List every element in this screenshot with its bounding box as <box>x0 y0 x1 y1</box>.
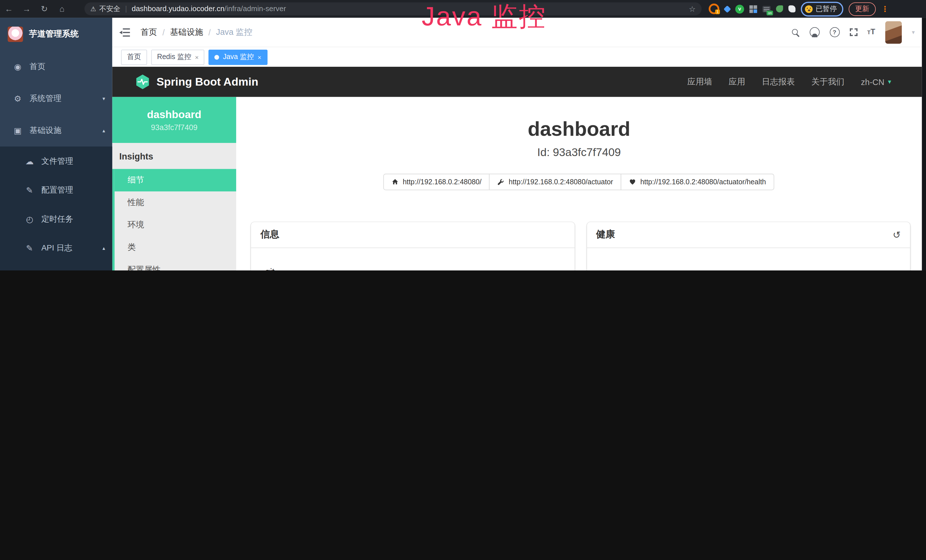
url-path[interactable]: /infra/admin-server <box>224 5 286 13</box>
font-size-small-t: T <box>867 30 870 36</box>
sidebar-item-label: API 日志 <box>41 242 73 253</box>
emoji-face-icon <box>805 5 813 13</box>
address-bar[interactable]: ⚠ 不安全 | dashboard.yudao.iocoder.cn /infr… <box>85 2 702 15</box>
sidebar-item-system[interactable]: ⚙ 系统管理 ▾ <box>0 83 112 115</box>
edit-icon: ✎ <box>25 185 34 195</box>
tab-close-icon[interactable]: × <box>195 53 198 61</box>
navbar-actions: ? TT ▾ <box>791 21 915 44</box>
github-icon[interactable] <box>809 27 819 37</box>
sba-brand[interactable]: Spring Boot Admin <box>135 74 259 90</box>
browser-back-icon[interactable]: ← <box>0 4 18 14</box>
paused-profile-chip[interactable]: 已暂停 <box>801 2 843 16</box>
help-icon[interactable]: ? <box>829 27 839 37</box>
fullscreen-icon[interactable] <box>850 28 857 36</box>
browser-reload-icon[interactable]: ↻ <box>35 4 53 14</box>
extensions-puzzle-icon[interactable] <box>788 5 796 12</box>
infra-submenu: ☁ 文件管理 ✎ 配置管理 ◴ 定时任务 ✎ API 日志 ▴ ✎ 访问日志 ✎ <box>0 147 112 271</box>
sba-menu-details[interactable]: 细节 <box>115 169 236 191</box>
bookmark-star-icon[interactable]: ☆ <box>689 5 696 14</box>
font-size-icon[interactable]: TT <box>867 28 875 36</box>
actuator-url-button[interactable]: http://192.168.0.2:48080/actuator <box>489 174 621 190</box>
sba-nav-applications[interactable]: 应用 <box>729 76 745 87</box>
extension-badge: 1 <box>715 9 720 14</box>
app-logo: 芋道管理系统 <box>0 18 112 51</box>
sba-instance-header[interactable]: dashboard 93a3fc7f7409 <box>112 97 236 143</box>
chevron-down-icon: ▾ <box>102 95 105 101</box>
browser-home-icon[interactable]: ⌂ <box>53 4 71 14</box>
sidebar-item-api-logs[interactable]: ✎ API 日志 ▴ <box>0 233 112 262</box>
sba-menu-config-props[interactable]: 配置属性 <box>115 259 236 271</box>
sidebar-collapse-icon[interactable] <box>119 28 130 36</box>
instance-url: http://192.168.0.2:48080/ <box>403 178 481 186</box>
extension-leaf-icon[interactable] <box>776 5 783 12</box>
chrome-update-button[interactable]: 更新 <box>849 2 876 16</box>
browser-forward-icon[interactable]: → <box>18 4 35 14</box>
info-row-git: git commit: time: 1596289704000 id: 27aa… <box>265 266 560 271</box>
extension-list-icon[interactable]: on <box>762 6 770 12</box>
sba-nav-journal[interactable]: 日志报表 <box>762 76 795 87</box>
extension-green-icon[interactable]: v <box>735 5 744 14</box>
search-icon[interactable] <box>791 28 799 36</box>
chevron-up-icon: ▴ <box>102 245 105 251</box>
sba-menu-metrics[interactable]: 性能 <box>115 191 236 214</box>
paused-label: 已暂停 <box>816 4 837 14</box>
sba-nav-about[interactable]: 关于我们 <box>811 76 844 87</box>
sidebar-item-label: 配置管理 <box>41 185 73 195</box>
sidebar-item-label: 文件管理 <box>41 156 73 166</box>
sidebar-item-label: 基础设施 <box>30 125 62 136</box>
sba-instance-name: dashboard <box>112 108 236 121</box>
history-icon[interactable]: ↺ <box>893 229 900 240</box>
instance-links: http://192.168.0.2:48080/ http://192.168… <box>236 174 922 190</box>
extension-grid-icon[interactable] <box>749 5 757 13</box>
sba-insights-submenu: 细节 性能 环境 类 配置属性 计划任务 <box>112 169 236 271</box>
screenshot-stage: ← → ↻ ⌂ ⚠ 不安全 | dashboard.yudao.iocoder.… <box>0 0 926 271</box>
info-key: git <box>265 266 320 271</box>
sba-instance-id: 93a3fc7f7409 <box>112 123 236 132</box>
extension-orange-icon[interactable]: 1 <box>709 3 719 14</box>
browser-menu-icon[interactable]: ⋮ <box>881 5 889 14</box>
sidebar-item-infra[interactable]: ▣ 基础设施 ▴ <box>0 115 112 147</box>
sba-language-select[interactable]: zh-CN ▾ <box>861 77 891 86</box>
logo-image <box>8 27 23 42</box>
health-card-body: Instance UP <box>587 248 910 271</box>
url-host[interactable]: dashboard.yudao.iocoder.cn <box>132 5 224 13</box>
app-sidebar: 芋道管理系统 ◉ 首页 ⚙ 系统管理 ▾ ▣ 基础设施 ▴ ☁ 文件管理 ✎ 配… <box>0 18 112 271</box>
breadcrumb: 首页 / 基础设施 / Java 监控 <box>141 27 253 37</box>
security-label[interactable]: 不安全 <box>99 4 121 14</box>
sba-nav-wallboard[interactable]: 应用墙 <box>687 76 712 87</box>
chevron-down-icon: ▾ <box>888 78 891 86</box>
tab-java-monitor[interactable]: Java 监控 × <box>209 49 267 65</box>
tab-redis-monitor[interactable]: Redis 监控 × <box>151 49 204 65</box>
sba-group-insights[interactable]: Insights <box>112 143 236 169</box>
info-card-header: 信息 <box>251 222 574 248</box>
sidebar-item-file-mgmt[interactable]: ☁ 文件管理 <box>0 147 112 176</box>
annotation-java-monitor: Java 监控 <box>422 0 547 34</box>
cards-left-column: 信息 git commit: time: 1596289704000 id: 2… <box>251 222 574 271</box>
sidebar-item-access-logs[interactable]: ✎ 访问日志 <box>0 262 112 271</box>
sidebar-item-scheduled-jobs[interactable]: ◴ 定时任务 <box>0 204 112 233</box>
cloud-upload-icon: ☁ <box>25 156 34 166</box>
extension-pin-icon[interactable] <box>723 5 731 12</box>
sidebar-item-config-mgmt[interactable]: ✎ 配置管理 <box>0 176 112 204</box>
user-avatar[interactable] <box>885 21 902 44</box>
breadcrumb-separator: / <box>162 27 165 37</box>
instance-url-button[interactable]: http://192.168.0.2:48080/ <box>383 174 490 190</box>
app-title: 芋道管理系统 <box>29 29 79 39</box>
extension-on-badge: on <box>767 10 773 15</box>
breadcrumb-home[interactable]: 首页 <box>141 27 157 37</box>
window-scrollbar[interactable] <box>922 18 926 271</box>
tab-close-icon[interactable]: × <box>257 53 261 61</box>
clock-icon: ◴ <box>25 214 34 224</box>
avatar-caret-icon[interactable]: ▾ <box>912 29 915 35</box>
sba-menu-classes[interactable]: 类 <box>115 236 236 259</box>
security-warning-icon[interactable]: ⚠ <box>91 5 96 13</box>
sidebar-item-home[interactable]: ◉ 首页 <box>0 51 112 83</box>
health-url-button[interactable]: http://192.168.0.2:48080/actuator/health <box>621 174 774 190</box>
gear-icon: ⚙ <box>13 94 23 103</box>
breadcrumb-infra[interactable]: 基础设施 <box>170 27 203 37</box>
tab-home[interactable]: 首页 <box>121 49 147 65</box>
page-tabs-bar: 首页 Redis 监控 × Java 监控 × <box>112 47 922 67</box>
chevron-up-icon: ▴ <box>102 127 105 133</box>
home-icon <box>392 178 399 185</box>
sba-menu-environment[interactable]: 环境 <box>115 214 236 236</box>
